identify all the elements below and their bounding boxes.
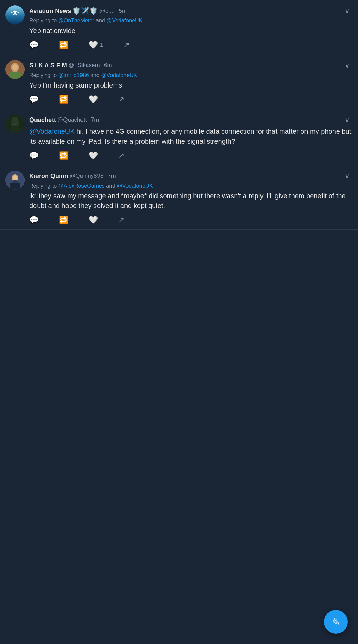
- retweet-button[interactable]: 🔁: [59, 41, 68, 49]
- retweet-button[interactable]: 🔁: [59, 95, 68, 104]
- tweet-actions: 💬 🔁 🤍 ↗: [29, 216, 353, 229]
- reply-icon: 💬: [29, 95, 39, 104]
- reply-icon: 💬: [29, 216, 39, 224]
- retweet-button[interactable]: 🔁: [59, 216, 68, 224]
- username: @Quachett: [57, 116, 87, 123]
- tweet-header: Aviation News 🛡️✈️🛡️ @pi... · 5m ∨: [29, 5, 353, 16]
- retweet-icon: 🔁: [59, 41, 68, 49]
- reply-button[interactable]: 💬: [29, 95, 39, 104]
- display-name: Aviation News: [29, 7, 71, 15]
- avatar: [5, 114, 25, 133]
- like-icon: 🤍: [89, 95, 98, 104]
- share-icon: ↗: [123, 41, 130, 49]
- mention-link[interactable]: @OnTheMeter: [58, 18, 94, 23]
- tweet-actions: 💬 🔁 🤍 1 ↗: [29, 41, 353, 54]
- like-button[interactable]: 🤍: [89, 216, 98, 224]
- like-icon: 🤍: [89, 216, 98, 224]
- svg-rect-8: [10, 183, 20, 190]
- retweet-button[interactable]: 🔁: [59, 151, 68, 160]
- retweet-icon: 🔁: [59, 151, 68, 160]
- mention-link[interactable]: @AlexRoseGames: [58, 183, 105, 189]
- mention-link[interactable]: @VodafoneUK: [117, 183, 153, 189]
- svg-point-3: [12, 64, 18, 70]
- share-icon: ↗: [118, 151, 124, 160]
- retweet-icon: 🔁: [59, 95, 68, 104]
- more-options-button[interactable]: ∨: [342, 114, 353, 125]
- reply-button[interactable]: 💬: [29, 151, 39, 160]
- like-button[interactable]: 🤍 1: [89, 41, 103, 49]
- share-button[interactable]: ↗: [118, 216, 124, 224]
- reply-button[interactable]: 💬: [29, 41, 39, 49]
- reply-to: Replying to @AlexRoseGames and @Vodafone…: [29, 183, 353, 189]
- tweet-body: Quachett @Quachett · 7m ∨ @VodafoneUK hi…: [29, 114, 353, 165]
- tweet-item: Aviation News 🛡️✈️🛡️ @pi... · 5m ∨ Reply…: [0, 0, 358, 54]
- more-options-button[interactable]: ∨: [342, 60, 353, 71]
- retweet-icon: 🔁: [59, 216, 68, 224]
- avatar: [5, 60, 25, 79]
- display-name: Quachett: [29, 116, 56, 124]
- username: @Quinny898: [70, 173, 104, 179]
- display-name: S I K A S E M: [29, 62, 67, 69]
- tweet-header: S I K A S E M @_Sikasem · 6m ∨: [29, 60, 353, 71]
- reply-to: Replying to @OnTheMeter and @VodafoneUK: [29, 18, 353, 24]
- share-icon: ↗: [118, 216, 124, 224]
- username: @pi...: [99, 7, 115, 14]
- avatar: [5, 171, 25, 190]
- mention-link[interactable]: @VodafoneUK: [106, 18, 143, 23]
- username: @_Sikasem: [69, 62, 100, 69]
- tweet-body: Kieron Quinn @Quinny898 · 7m ∨ Replying …: [29, 171, 353, 229]
- tweet-item: Quachett @Quachett · 7m ∨ @VodafoneUK hi…: [0, 109, 358, 165]
- more-options-button[interactable]: ∨: [342, 5, 353, 16]
- timestamp: 7m: [91, 116, 99, 123]
- reply-button[interactable]: 💬: [29, 216, 39, 224]
- share-icon: ↗: [118, 95, 124, 104]
- share-button[interactable]: ↗: [123, 41, 130, 49]
- svg-point-5: [12, 118, 18, 124]
- svg-rect-2: [9, 72, 21, 79]
- tweet-actions: 💬 🔁 🤍 ↗: [29, 151, 353, 165]
- mention-link[interactable]: @VodafoneUK: [101, 72, 137, 78]
- tweet-text: Yep I'm having same problems: [29, 80, 353, 90]
- compose-icon: ✎: [332, 616, 340, 628]
- timestamp: 5m: [119, 7, 127, 14]
- more-options-button[interactable]: ∨: [342, 171, 353, 182]
- reply-to: Replying to @imi_d1986 and @VodafoneUK: [29, 72, 353, 78]
- like-button[interactable]: 🤍: [89, 151, 98, 160]
- reply-icon: 💬: [29, 41, 39, 49]
- timestamp: 7m: [108, 173, 116, 179]
- like-icon: 🤍: [89, 41, 98, 49]
- tweet-text: lkr they saw my message and *maybe* did …: [29, 191, 353, 211]
- tweet-item: S I K A S E M @_Sikasem · 6m ∨ Replying …: [0, 54, 358, 109]
- tweet-item: Kieron Quinn @Quinny898 · 7m ∨ Replying …: [0, 165, 358, 230]
- share-button[interactable]: ↗: [118, 95, 124, 104]
- display-name: Kieron Quinn: [29, 173, 68, 180]
- share-button[interactable]: ↗: [118, 151, 124, 160]
- tweet-header: Quachett @Quachett · 7m ∨: [29, 114, 353, 125]
- like-button[interactable]: 🤍: [89, 95, 98, 104]
- tweet-text: @VodafoneUK hi, I have no 4G connection,…: [29, 127, 353, 146]
- compose-button[interactable]: ✎: [324, 610, 348, 634]
- svg-point-9: [13, 175, 17, 181]
- tweet-actions: 💬 🔁 🤍 ↗: [29, 95, 353, 109]
- mention-link[interactable]: @imi_d1986: [58, 72, 89, 78]
- timestamp: 6m: [104, 62, 112, 69]
- like-icon: 🤍: [89, 151, 98, 160]
- tweet-body: S I K A S E M @_Sikasem · 6m ∨ Replying …: [29, 60, 353, 109]
- tweet-text: Yep nationwide: [29, 26, 353, 36]
- tweet-header: Kieron Quinn @Quinny898 · 7m ∨: [29, 171, 353, 182]
- avatar: [5, 5, 25, 25]
- mention-link[interactable]: @VodafoneUK: [29, 128, 75, 135]
- tweet-body: Aviation News 🛡️✈️🛡️ @pi... · 5m ∨ Reply…: [29, 5, 353, 54]
- like-count: 1: [100, 42, 103, 48]
- reply-icon: 💬: [29, 151, 39, 160]
